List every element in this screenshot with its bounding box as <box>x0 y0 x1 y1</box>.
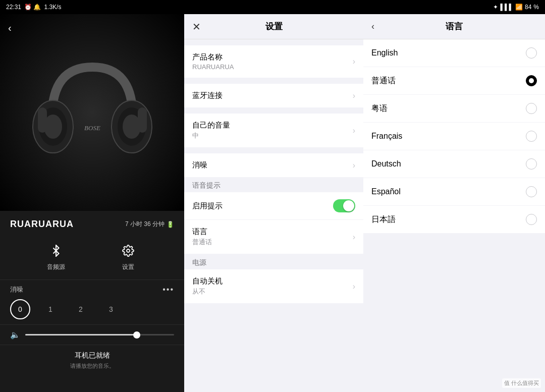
settings-header: ✕ 设置 <box>184 14 363 39</box>
toggle-thumb <box>343 200 354 211</box>
language-cantonese-name: 粤语 <box>371 103 388 114</box>
noise-level-0[interactable]: 0 <box>10 299 30 319</box>
main-layout: ‹ BOSE <box>0 14 545 392</box>
volume-bar[interactable] <box>25 334 174 335</box>
radio-inner <box>529 78 534 83</box>
language-title: 语言 <box>446 21 463 32</box>
bluetooth-label: 蓝牙连接 <box>192 91 353 100</box>
volume-item[interactable]: 自己的音量 中 › <box>184 114 363 147</box>
controls-row: 音频源 设置 <box>0 234 184 279</box>
bluetooth-item[interactable]: 蓝牙连接 › <box>184 84 363 107</box>
status-time: 22:31 <box>6 4 21 11</box>
settings-title: 设置 <box>265 21 283 32</box>
status-sub: 请播放您的音乐。 <box>10 362 174 370</box>
power-section-header: 电源 <box>184 254 363 269</box>
language-german[interactable]: Deutsch <box>363 150 545 178</box>
auto-off-content: 自动关机 从不 <box>192 276 353 296</box>
volume-arrow: › <box>353 126 355 135</box>
bluetooth-control-icon <box>47 242 65 260</box>
noise-levels: 0 1 2 3 <box>10 299 174 319</box>
status-right: ✦ ▌▌▌ 📶 84 % <box>493 4 539 11</box>
audio-source-control[interactable]: 音频源 <box>47 242 65 271</box>
language-cantonese-radio <box>526 103 537 114</box>
noise-level-3[interactable]: 3 <box>101 299 121 319</box>
enable-prompts-toggle[interactable] <box>333 199 355 212</box>
language-content: 语言 普通话 <box>192 227 353 247</box>
language-mandarin[interactable]: 普通话 <box>363 67 545 95</box>
svg-rect-8 <box>138 107 147 133</box>
product-name-value: RUARUARUA <box>192 63 353 71</box>
auto-off-arrow: › <box>353 282 355 291</box>
language-label: 语言 <box>192 227 353 237</box>
volume-icon: 🔈 <box>10 330 20 340</box>
noise-level-1[interactable]: 1 <box>40 299 61 319</box>
battery-info: 7 小时 36 分钟 🔋 <box>125 220 174 229</box>
device-info: RUARUARUA 7 小时 36 分钟 🔋 <box>0 211 184 234</box>
language-spanish[interactable]: Español <box>363 178 545 206</box>
product-name-arrow: › <box>353 57 355 66</box>
language-empty-space <box>363 234 545 392</box>
volume-content: 自己的音量 中 <box>192 121 353 140</box>
panel-language: ‹ 语言 English 普通话 粤语 Françai <box>363 14 545 392</box>
device-name: RUARUARUA <box>10 219 74 230</box>
audio-source-label: 音频源 <box>47 263 65 271</box>
battery-icon: % <box>533 4 539 11</box>
language-english-radio <box>526 47 537 59</box>
svg-point-9 <box>127 249 130 252</box>
language-spanish-radio <box>526 186 537 197</box>
headphone-image-area: ‹ BOSE <box>0 14 184 211</box>
language-item[interactable]: 语言 普通话 › <box>184 220 363 254</box>
language-english[interactable]: English <box>363 39 545 67</box>
panel-settings: ✕ 设置 产品名称 RUARUARUA › 蓝牙连接 › <box>184 14 363 392</box>
back-button[interactable]: ‹ <box>8 22 12 34</box>
language-japanese-radio <box>526 214 537 225</box>
enable-prompts-item[interactable]: 启用提示 <box>184 192 363 220</box>
noise-content: 消噪 <box>192 160 353 170</box>
settings-control[interactable]: 设置 <box>119 242 137 271</box>
battery-time: 7 小时 36 分钟 <box>125 220 165 229</box>
auto-off-value: 从不 <box>192 287 353 296</box>
volume-value: 中 <box>192 131 353 140</box>
language-mandarin-radio <box>526 75 537 86</box>
language-french-radio <box>526 131 537 142</box>
auto-off-item[interactable]: 自动关机 从不 › <box>184 269 363 303</box>
volume-label: 自己的音量 <box>192 121 353 130</box>
signal-icons: ▌▌▌ <box>500 4 513 11</box>
enable-prompts-label: 启用提示 <box>192 201 333 211</box>
product-name-item[interactable]: 产品名称 RUARUARUA › <box>184 45 363 78</box>
noise-more-icon[interactable]: ••• <box>162 285 174 294</box>
status-bar: 22:31 ⏰ 🔔 1.3K/s ✦ ▌▌▌ 📶 84 % <box>0 0 545 14</box>
settings-product-section: 产品名称 RUARUARUA › <box>184 45 363 78</box>
status-text-section: 耳机已就绪 请播放您的音乐。 <box>0 345 184 392</box>
language-cantonese[interactable]: 粤语 <box>363 95 545 123</box>
noise-level-2[interactable]: 2 <box>71 299 91 319</box>
product-name-content: 产品名称 RUARUARUA <box>192 52 353 71</box>
noise-arrow: › <box>353 161 355 170</box>
volume-thumb[interactable] <box>133 331 140 339</box>
language-french-name: Français <box>371 132 402 141</box>
noise-item[interactable]: 消噪 › <box>184 153 363 177</box>
status-left: 22:31 ⏰ 🔔 1.3K/s <box>6 4 61 11</box>
language-japanese[interactable]: 日本語 <box>363 206 545 234</box>
settings-close-button[interactable]: ✕ <box>192 21 201 33</box>
panel-headphone: ‹ BOSE <box>0 14 184 392</box>
language-back-button[interactable]: ‹ <box>371 21 374 32</box>
status-main: 耳机已就绪 <box>10 351 174 360</box>
language-japanese-name: 日本語 <box>371 214 396 225</box>
language-arrow: › <box>353 233 355 242</box>
battery-level: 84 <box>525 4 531 11</box>
svg-text:BOSE: BOSE <box>84 124 100 132</box>
status-speed: 1.3K/s <box>44 4 61 11</box>
noise-settings-label: 消噪 <box>192 160 353 170</box>
headphone-svg: BOSE <box>22 42 163 183</box>
product-name-label: 产品名称 <box>192 52 353 62</box>
bluetooth-icon: ✦ <box>493 4 498 11</box>
language-french[interactable]: Français <box>363 123 545 150</box>
battery-icon: 🔋 <box>167 221 174 228</box>
gear-icon <box>119 242 137 260</box>
noise-label: 消噪 <box>10 285 23 294</box>
auto-off-label: 自动关机 <box>192 276 353 286</box>
settings-volume-section: 自己的音量 中 › <box>184 114 363 147</box>
settings-noise-section: 消噪 › <box>184 153 363 177</box>
language-german-radio <box>526 158 537 170</box>
